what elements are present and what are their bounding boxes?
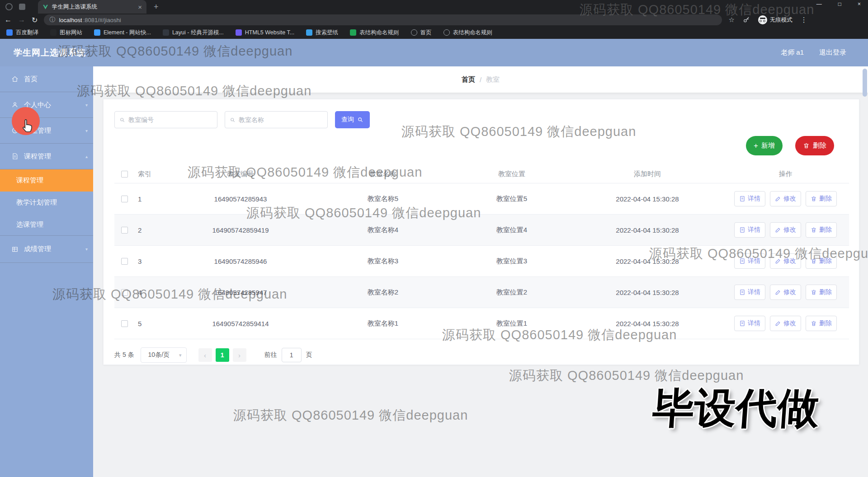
url-bar[interactable]: ⓘ localhost:8081/#/jiaoshi — [44, 14, 722, 25]
back-icon[interactable]: ← — [5, 16, 12, 24]
bookmark-item[interactable]: 表结构命名规则 — [350, 29, 399, 37]
bookmark-item[interactable]: Element - 网站快... — [94, 29, 151, 37]
classroom-code-field — [114, 111, 217, 128]
page-size-select[interactable]: 10条/页 ▾ — [141, 347, 187, 363]
remove-button[interactable]: 删除 — [806, 316, 837, 331]
row-checkbox[interactable] — [121, 227, 128, 234]
remove-button[interactable]: 删除 — [806, 253, 837, 269]
detail-button[interactable]: 详情 — [734, 316, 765, 331]
new-tab-button[interactable]: + — [154, 2, 159, 12]
edit-button[interactable]: 修改 — [770, 222, 801, 238]
row-checkbox[interactable] — [121, 258, 128, 265]
bookmark-item[interactable]: 图标网站 — [50, 29, 82, 37]
sidebar-subitem-teaching-plan[interactable]: 教学计划管理 — [0, 192, 93, 214]
tab-title: 学生网上选课系统 — [52, 3, 134, 11]
prev-page-button[interactable]: ‹ — [198, 348, 212, 362]
edit-button[interactable]: 修改 — [770, 285, 801, 300]
forward-icon[interactable]: → — [18, 16, 25, 24]
cell-index: 2 — [134, 226, 166, 234]
browser-chrome: 学生网上选课系统 × + — □ × ← → ↻ ⓘ localhost:808… — [0, 0, 868, 39]
bookmark-item[interactable]: 百度翻译 — [6, 29, 38, 37]
scrollbar-thumb[interactable] — [863, 69, 867, 97]
site-info-icon[interactable]: ⓘ — [49, 16, 55, 24]
window-minimize-button[interactable]: — — [816, 1, 822, 7]
watermark-text: 源码获取 QQ86050149 微信deepguan — [509, 367, 744, 385]
window-close-button[interactable]: × — [858, 1, 861, 7]
row-checkbox[interactable] — [121, 196, 128, 202]
row-checkbox[interactable] — [121, 289, 128, 296]
pencil-icon — [775, 320, 781, 327]
search-icon — [119, 117, 125, 123]
cell-code: 16490574285946 — [166, 257, 315, 265]
tab-close-icon[interactable]: × — [138, 3, 142, 11]
sidebar-subitem-course-manage[interactable]: 课程管理 — [0, 169, 93, 192]
tab-strip: 学生网上选课系统 × + — □ × — [0, 0, 868, 14]
search-icon — [230, 117, 236, 123]
query-button[interactable]: 查询 — [335, 111, 370, 128]
incognito-badge[interactable]: 无痕模式 — [758, 15, 793, 24]
breadcrumb-home-link[interactable]: 首页 — [462, 75, 475, 84]
bookmark-item[interactable]: 搜索壁纸 — [306, 29, 338, 37]
app-title: 学生网上选课系统 — [14, 47, 86, 59]
bookmark-item[interactable]: Layui - 经典开源模... — [163, 29, 224, 37]
edit-button[interactable]: 修改 — [770, 316, 801, 331]
sidebar-item-course[interactable]: 课程管理 ▴ — [0, 144, 93, 169]
window-maximize-button[interactable]: □ — [838, 1, 841, 7]
bookmark-item[interactable]: HTML5 Website T... — [236, 29, 294, 36]
detail-button[interactable]: 详情 — [734, 253, 765, 269]
total-count-label: 共 5 条 — [114, 351, 134, 359]
app-header: 学生网上选课系统 老师 a1 退出登录 — [0, 39, 868, 66]
select-all-checkbox[interactable] — [121, 171, 128, 178]
content-card: 查询 + 新增 删除 索引 教室编号 教室名称 教室位置 添加时间 操作 1 1… — [103, 99, 859, 365]
cell-code: 164905742859414 — [166, 320, 315, 327]
next-page-button[interactable]: › — [233, 348, 246, 362]
classroom-code-input[interactable] — [128, 116, 212, 123]
classroom-name-input[interactable] — [239, 116, 323, 123]
bookmark-favicon — [163, 29, 169, 36]
detail-button[interactable]: 详情 — [734, 285, 765, 300]
header-actions: 老师 a1 退出登录 — [781, 48, 846, 57]
row-checkbox[interactable] — [121, 320, 128, 327]
watermark-big-text: 毕设代做 — [651, 380, 821, 436]
window-controls: — □ × — [816, 1, 861, 7]
pinned-tab-icon[interactable] — [19, 4, 25, 10]
cell-index: 5 — [134, 320, 166, 327]
remove-button[interactable]: 删除 — [806, 191, 837, 206]
cell-location: 教室位置3 — [451, 257, 573, 266]
edit-button[interactable]: 修改 — [770, 191, 801, 206]
breadcrumb-separator: / — [480, 76, 481, 84]
bookmark-item[interactable]: 首页 — [411, 29, 432, 37]
password-key-icon[interactable] — [743, 16, 750, 23]
document-icon — [739, 320, 745, 327]
current-page-button[interactable]: 1 — [216, 348, 229, 362]
bookmark-favicon — [306, 29, 312, 36]
bookmark-favicon — [350, 29, 356, 36]
cell-time: 2022-04-04 15:30:28 — [573, 257, 722, 265]
delete-button[interactable]: 删除 — [795, 136, 834, 155]
watermark-text: 源码获取 QQ86050149 微信deepguan — [233, 407, 468, 425]
cell-index: 4 — [134, 289, 166, 296]
remove-button[interactable]: 删除 — [806, 285, 837, 300]
edit-button[interactable]: 修改 — [770, 253, 801, 269]
goto-unit-label: 页 — [306, 351, 312, 359]
browser-menu-icon[interactable]: ⋮ — [801, 16, 808, 24]
bookmark-star-icon[interactable]: ☆ — [728, 16, 734, 24]
column-header-name: 教室名称 — [315, 170, 451, 178]
sidebar-subitem-course-select[interactable]: 选课管理 — [0, 214, 93, 236]
refresh-icon[interactable]: ↻ — [32, 16, 38, 24]
logout-button[interactable]: 退出登录 — [819, 48, 846, 57]
browser-tab[interactable]: 学生网上选课系统 × — [38, 0, 146, 14]
sidebar-item-grades[interactable]: 成绩管理 ▾ — [0, 236, 93, 263]
goto-page-input[interactable] — [282, 348, 302, 362]
add-button[interactable]: + 新增 — [746, 136, 783, 155]
browser-profile-icon[interactable] — [5, 3, 13, 10]
detail-button[interactable]: 详情 — [734, 222, 765, 238]
detail-button[interactable]: 详情 — [734, 191, 765, 206]
cell-index: 3 — [134, 257, 166, 265]
remove-button[interactable]: 删除 — [806, 222, 837, 238]
sidebar-item-home[interactable]: 首页 — [0, 66, 93, 92]
cell-name: 教室名称5 — [315, 195, 451, 203]
bookmark-item[interactable]: 表结构命名规则 — [443, 29, 493, 37]
cell-location: 教室位置2 — [451, 288, 573, 297]
bookmark-favicon — [6, 29, 13, 36]
